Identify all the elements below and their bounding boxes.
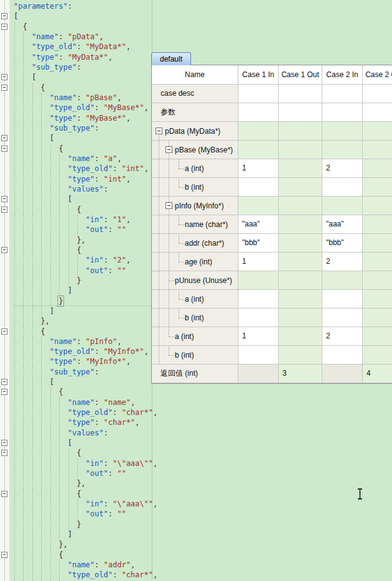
case-cell[interactable]	[238, 346, 279, 365]
tree-expand-icon[interactable]	[166, 202, 172, 209]
json-key: "type_old"	[32, 42, 77, 51]
case-cell	[363, 178, 392, 197]
indent-guide	[59, 438, 60, 448]
json-key: "type"	[68, 418, 95, 427]
row-name-cell[interactable]: addr (char*)	[152, 234, 238, 253]
case-cell[interactable]: 1	[238, 327, 279, 346]
case-cell[interactable]	[238, 103, 279, 122]
indent-guide	[41, 499, 42, 509]
fold-toggle-icon[interactable]	[1, 328, 7, 335]
case-cell[interactable]: 1	[238, 159, 279, 178]
fold-toggle-icon[interactable]	[1, 440, 7, 446]
case-cell[interactable]: "aaa"	[238, 215, 279, 234]
case-cell[interactable]: "bbb"	[322, 234, 363, 253]
indent-guide	[41, 448, 42, 458]
fold-toggle-icon[interactable]	[1, 247, 7, 253]
case-cell[interactable]	[363, 103, 392, 122]
row-name-cell[interactable]: pBase (MyBase*)	[152, 141, 238, 159]
indent-guide	[59, 205, 60, 215]
fold-toggle-icon[interactable]	[1, 207, 7, 213]
indent-guide	[23, 478, 24, 488]
row-name-cell[interactable]: name (char*)	[152, 215, 238, 234]
indent-guide	[50, 448, 51, 458]
case-cell	[238, 197, 279, 215]
tree-guide	[179, 215, 179, 225]
indent-guide	[50, 286, 51, 295]
case-cell[interactable]	[322, 290, 363, 309]
indent-guide	[23, 32, 24, 42]
tree-expand-icon[interactable]	[166, 146, 172, 153]
case-cell	[363, 309, 392, 327]
indent-guide	[32, 387, 33, 397]
fold-toggle-icon[interactable]	[1, 74, 7, 80]
indent-guide	[41, 560, 42, 570]
case-cell[interactable]	[238, 290, 279, 309]
case-cell[interactable]	[238, 309, 279, 327]
row-name-cell[interactable]: a (int)	[152, 159, 238, 178]
indent-guide	[32, 93, 33, 103]
case-cell[interactable]	[363, 85, 392, 103]
fold-toggle-icon[interactable]	[1, 491, 7, 497]
fold-toggle-icon[interactable]	[1, 450, 7, 456]
row-name-cell[interactable]: case desc	[152, 85, 238, 103]
tree-guide	[159, 197, 159, 215]
row-name-cell[interactable]: b (int)	[152, 178, 238, 197]
row-name-cell[interactable]: a (int)	[152, 290, 238, 309]
case-cell	[238, 271, 279, 290]
indent-guide	[50, 296, 51, 305]
indent-guide	[32, 468, 33, 478]
case-cell[interactable]: 2	[322, 327, 363, 346]
case-cell[interactable]: 2	[322, 253, 363, 271]
fold-toggle-icon[interactable]	[1, 85, 7, 91]
fold-toggle-icon[interactable]	[1, 135, 7, 141]
case-cell[interactable]	[279, 103, 322, 122]
code-text: "name": "pInfo",	[14, 337, 121, 346]
indent-guide	[59, 428, 60, 438]
case-cell[interactable]: "bbb"	[238, 234, 279, 253]
case-cell[interactable]	[238, 178, 279, 197]
row-name-cell[interactable]: b (int)	[152, 346, 238, 365]
case-cell[interactable]	[322, 178, 363, 197]
case-cell[interactable]: 1	[238, 253, 279, 271]
code-line: "in": "\"aaa\"",	[14, 499, 392, 509]
indent-guide	[23, 255, 24, 265]
fold-toggle-icon[interactable]	[1, 379, 7, 385]
row-name-cell[interactable]: 参数	[152, 103, 238, 122]
case-cell[interactable]: 2	[322, 159, 363, 178]
row-name-cell[interactable]: pUnuse (Unuse*)	[152, 271, 238, 290]
fold-toggle-icon[interactable]	[1, 24, 7, 30]
indent-guide	[41, 407, 42, 417]
case-cell[interactable]	[322, 346, 363, 365]
fold-toggle-icon[interactable]	[1, 146, 7, 152]
fold-toggle-icon[interactable]	[1, 389, 7, 395]
row-name-cell[interactable]: b (int)	[152, 309, 238, 327]
case-cell[interactable]	[238, 85, 279, 103]
indent-guide	[23, 407, 24, 417]
code-line: }	[14, 519, 392, 529]
code-text: "sub_type":	[14, 368, 99, 376]
fold-toggle-icon[interactable]	[1, 13, 7, 19]
case-cell[interactable]	[322, 309, 363, 327]
indent-guide	[14, 428, 15, 438]
code-text: ]	[14, 307, 54, 315]
indent-guide	[50, 164, 51, 174]
indent-guide	[59, 397, 60, 407]
tree-expand-icon[interactable]	[156, 128, 162, 134]
row-name-cell[interactable]: age (int)	[152, 253, 238, 271]
row-name-cell[interactable]: a (int)	[152, 327, 238, 346]
row-name-cell[interactable]: 返回值 (int)	[152, 365, 238, 383]
case-cell[interactable]	[322, 85, 363, 103]
row-name-cell[interactable]: pData (MyData*)	[152, 122, 238, 141]
tab-default[interactable]: default	[151, 52, 191, 65]
fold-toggle-icon[interactable]	[1, 196, 7, 202]
case-cell[interactable]: "aaa"	[322, 215, 363, 234]
case-cell[interactable]	[279, 85, 322, 103]
code-text: "out": ""	[14, 225, 126, 234]
row-name-cell[interactable]: pInfo (MyInfo*)	[152, 197, 238, 215]
indent-guide	[68, 499, 69, 509]
indent-guide	[23, 266, 24, 276]
indent-guide	[50, 255, 51, 265]
indent-guide	[41, 428, 42, 438]
case-cell[interactable]	[322, 103, 363, 122]
fold-toggle-icon[interactable]	[1, 552, 7, 558]
